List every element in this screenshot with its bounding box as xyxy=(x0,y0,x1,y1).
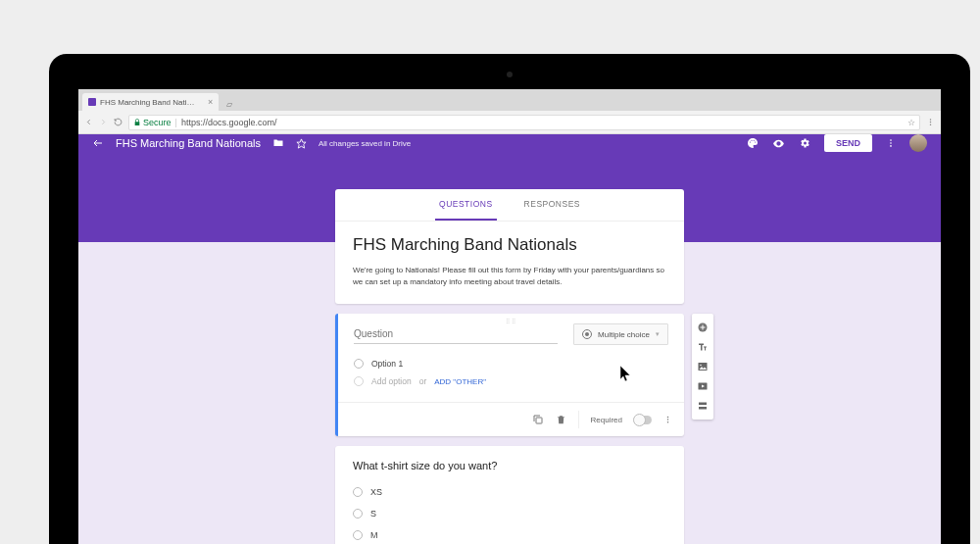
question-more-icon[interactable] xyxy=(663,414,672,425)
add-title-icon[interactable] xyxy=(697,341,709,353)
back-icon[interactable] xyxy=(84,118,93,126)
palette-icon[interactable] xyxy=(747,137,759,149)
forms-body: QUESTIONS RESPONSES FHS Marching Band Na… xyxy=(78,152,941,544)
preview-eye-icon[interactable] xyxy=(772,137,785,150)
back-arrow-icon[interactable] xyxy=(92,137,104,149)
svg-point-11 xyxy=(890,142,892,144)
drag-handle-icon[interactable]: ⠿⠿ xyxy=(506,318,517,324)
folder-icon[interactable] xyxy=(272,137,284,149)
header-form-title[interactable]: FHS Marching Band Nationals xyxy=(116,137,261,149)
add-image-icon[interactable] xyxy=(697,361,709,372)
chrome-menu-icon[interactable] xyxy=(926,118,935,126)
send-button[interactable]: SEND xyxy=(824,134,872,152)
required-label: Required xyxy=(591,416,622,424)
svg-point-16 xyxy=(667,421,669,423)
screen: FHS Marching Band Nationals × ▱ Secure |… xyxy=(78,89,941,544)
svg-point-2 xyxy=(930,124,932,125)
forms-header: FHS Marching Band Nationals All changes … xyxy=(78,134,941,152)
add-section-icon[interactable] xyxy=(697,400,709,412)
forward-icon[interactable] xyxy=(99,118,108,126)
question-type-dropdown[interactable]: Multiple choice ▾ xyxy=(573,323,668,345)
question-text: What t-shirt size do you want? xyxy=(353,460,666,471)
svg-point-5 xyxy=(750,141,751,142)
option-radio-icon xyxy=(353,509,363,519)
forms-app: FHS Marching Band Nationals All changes … xyxy=(78,134,941,544)
svg-point-0 xyxy=(930,119,932,121)
svg-point-14 xyxy=(667,417,669,419)
option-text: S xyxy=(370,509,376,519)
svg-point-10 xyxy=(890,139,892,141)
more-vert-icon[interactable] xyxy=(886,137,896,149)
laptop-frame: FHS Marching Band Nationals × ▱ Secure |… xyxy=(49,54,970,544)
reload-icon[interactable] xyxy=(114,118,122,126)
lock-icon: Secure xyxy=(133,118,172,127)
svg-point-9 xyxy=(777,142,779,144)
add-question-icon[interactable] xyxy=(697,321,709,333)
forms-favicon xyxy=(88,98,96,106)
new-tab-button[interactable]: ▱ xyxy=(222,97,236,111)
title-card: QUESTIONS RESPONSES FHS Marching Band Na… xyxy=(335,189,684,304)
tab-questions[interactable]: QUESTIONS xyxy=(435,189,497,221)
add-option-row[interactable]: Add option or ADD "OTHER" xyxy=(354,372,668,390)
chevron-down-icon: ▾ xyxy=(656,330,660,338)
avatar[interactable] xyxy=(909,134,927,152)
option-radio-icon xyxy=(353,487,363,497)
autosave-text: All changes saved in Drive xyxy=(318,139,411,148)
svg-point-6 xyxy=(751,140,752,141)
add-option-text[interactable]: Add option xyxy=(371,376,412,386)
tab-title: FHS Marching Band Nationals xyxy=(100,98,198,107)
floating-toolbar xyxy=(692,314,713,420)
radio-icon xyxy=(582,329,592,339)
option-label[interactable]: Option 1 xyxy=(371,359,403,369)
url-text: https://docs.google.com/ xyxy=(181,118,277,127)
secure-label: Secure xyxy=(143,118,172,127)
option-text: M xyxy=(370,530,378,540)
or-text: or xyxy=(419,376,427,386)
option-radio-icon xyxy=(354,359,364,369)
star-icon[interactable] xyxy=(296,138,307,149)
add-video-icon[interactable] xyxy=(697,380,709,392)
svg-point-8 xyxy=(755,141,756,142)
svg-point-19 xyxy=(700,365,702,367)
trash-icon[interactable] xyxy=(556,414,566,425)
option-text: XS xyxy=(370,487,382,497)
svg-point-7 xyxy=(754,140,755,141)
browser-tab[interactable]: FHS Marching Band Nationals × xyxy=(82,93,219,111)
option-row[interactable]: Option 1 xyxy=(354,355,668,372)
answer-option[interactable]: S xyxy=(353,503,666,524)
chrome-tab-strip: FHS Marching Band Nationals × ▱ xyxy=(78,89,941,111)
add-other-link[interactable]: ADD "OTHER" xyxy=(434,377,486,386)
svg-rect-13 xyxy=(536,418,542,423)
svg-point-1 xyxy=(930,122,932,124)
svg-point-12 xyxy=(890,145,892,147)
tabs-row: QUESTIONS RESPONSES xyxy=(335,189,684,222)
chrome-toolbar: Secure | https://docs.google.com/ ☆ xyxy=(78,111,941,134)
settings-gear-icon[interactable] xyxy=(799,137,810,149)
option-radio-icon xyxy=(353,530,363,540)
required-toggle[interactable] xyxy=(634,416,652,424)
qtype-label: Multiple choice xyxy=(598,330,650,339)
svg-rect-23 xyxy=(699,407,707,410)
close-tab-icon[interactable]: × xyxy=(208,97,213,107)
question-title-input[interactable] xyxy=(354,324,558,344)
form-description[interactable]: We're going to Nationals! Please fill ou… xyxy=(353,265,666,288)
duplicate-icon[interactable] xyxy=(532,414,544,425)
answer-option[interactable]: XS xyxy=(353,481,666,503)
editor-footer: Required xyxy=(338,402,684,436)
svg-marker-4 xyxy=(297,138,306,147)
question-editor-card[interactable]: ⠿⠿ Multiple choice ▾ xyxy=(335,314,684,436)
svg-point-15 xyxy=(667,419,669,420)
form-column: QUESTIONS RESPONSES FHS Marching Band Na… xyxy=(335,189,684,544)
question-view-card[interactable]: What t-shirt size do you want? XS S M L xyxy=(335,446,684,544)
bookmark-star-icon[interactable]: ☆ xyxy=(907,118,915,127)
option-radio-icon xyxy=(354,376,364,386)
tab-responses[interactable]: RESPONSES xyxy=(520,189,584,221)
address-bar[interactable]: Secure | https://docs.google.com/ ☆ xyxy=(128,115,920,130)
answer-option[interactable]: M xyxy=(353,524,666,544)
form-title-text[interactable]: FHS Marching Band Nationals xyxy=(353,235,666,255)
svg-rect-22 xyxy=(699,403,707,406)
